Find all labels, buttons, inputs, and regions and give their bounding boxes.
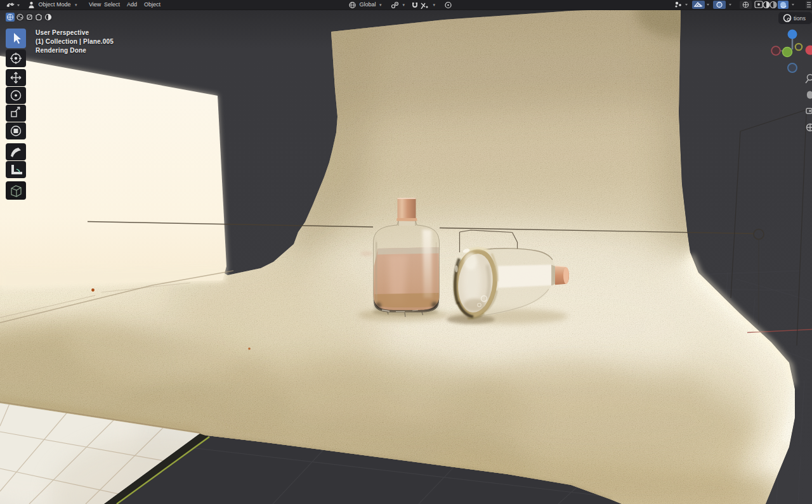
svg-text:tions: tions xyxy=(794,15,806,22)
